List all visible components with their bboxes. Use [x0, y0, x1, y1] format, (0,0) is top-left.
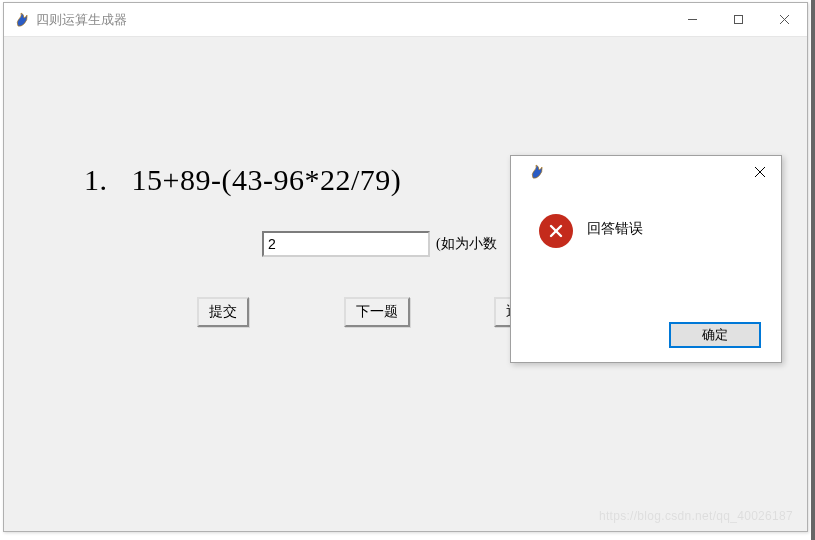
svg-rect-1	[734, 16, 742, 24]
dialog-titlebar	[511, 156, 781, 188]
dialog-app-icon	[529, 164, 545, 180]
dialog-ok-button[interactable]: 确定	[669, 322, 761, 348]
maximize-button[interactable]	[715, 3, 761, 37]
dialog-message: 回答错误	[587, 212, 643, 238]
submit-button[interactable]: 提交	[197, 297, 249, 327]
dialog-body: 回答错误	[511, 188, 781, 308]
next-button[interactable]: 下一题	[344, 297, 410, 327]
window-title: 四则运算生成器	[36, 11, 669, 29]
app-icon	[14, 12, 30, 28]
question-text: 1. 15+89-(43-96*22/79)	[84, 163, 401, 197]
dialog-footer: 确定	[511, 308, 781, 362]
titlebar: 四则运算生成器	[4, 3, 807, 37]
dialog-close-button[interactable]	[739, 156, 781, 188]
window-edge	[811, 0, 815, 540]
minimize-button[interactable]	[669, 3, 715, 37]
close-button[interactable]	[761, 3, 807, 37]
question-expression: 15+89-(43-96*22/79)	[132, 163, 402, 196]
watermark: https://blog.csdn.net/qq_40026187	[599, 509, 793, 523]
window-controls	[669, 3, 807, 37]
question-number: 1.	[84, 163, 108, 196]
answer-input[interactable]	[262, 231, 430, 257]
input-hint: (如为小数	[436, 235, 497, 253]
error-icon	[539, 214, 573, 248]
error-dialog: 回答错误 确定	[510, 155, 782, 363]
